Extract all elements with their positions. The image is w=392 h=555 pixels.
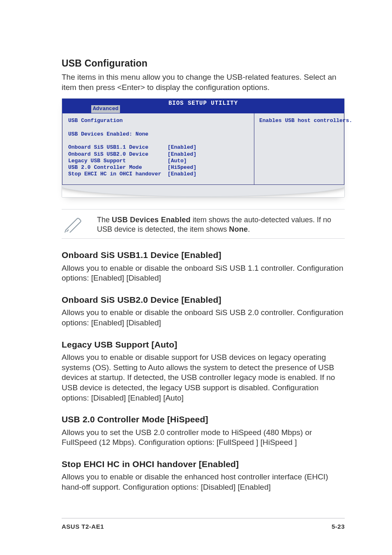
- note-bold-2: None: [229, 225, 248, 233]
- bios-tab-advanced: Advanced: [91, 105, 120, 113]
- section-heading: Legacy USB Support [Auto]: [62, 339, 345, 350]
- page-footer: ASUS T2-AE1 5-23: [62, 518, 345, 531]
- bios-item-row[interactable]: Onboard SiS USB1.1 Device [Enabled]: [68, 144, 248, 151]
- section-body: Allows you to enable or disable the onbo…: [62, 263, 345, 283]
- note-text: The USB Devices Enabled item shows the a…: [97, 214, 345, 235]
- section-heading: Onboard SiS USB2.0 Device [Enabled]: [62, 294, 345, 305]
- section-body: Allows you to enable or disable the enha…: [62, 472, 345, 492]
- bios-item-row[interactable]: Onboard SiS USB2.0 Device [Enabled]: [68, 151, 248, 158]
- section-heading: Stop EHCI HC in OHCI handover [Enabled]: [62, 458, 345, 470]
- section-body: Allows you to set the USB 2.0 controller…: [62, 428, 345, 448]
- pencil-note-icon: [62, 214, 85, 234]
- intro-paragraph: The items in this menu allow you to chan…: [62, 72, 345, 92]
- bios-header: BIOS SETUP UTILITY Advanced: [62, 99, 344, 113]
- bios-usb-devices-line: USB Devices Enabled: None: [68, 131, 248, 138]
- bios-help-text: Enables USB host controllers.: [259, 117, 339, 124]
- footer-right: 5-23: [332, 523, 345, 531]
- bios-help-panel: Enables USB host controllers.: [254, 113, 344, 184]
- section-body: Allows you to enable or disable the onbo…: [62, 308, 345, 328]
- bios-item-row[interactable]: Legacy USB Support [Auto]: [68, 158, 248, 164]
- note-callout: The USB Devices Enabled item shows the a…: [62, 209, 345, 239]
- bios-page-curl: [62, 185, 344, 197]
- bios-main-panel: USB Configuration USB Devices Enabled: N…: [62, 113, 254, 184]
- section-heading: USB 2.0 Controller Mode [HiSpeed]: [62, 414, 345, 425]
- bios-item-row[interactable]: USB 2.0 Controller Mode [HiSpeed]: [68, 164, 248, 171]
- section-heading: Onboard SiS USB1.1 Device [Enabled]: [62, 249, 345, 260]
- bios-item-row[interactable]: Stop EHCI HC in OHCI handover [Enabled]: [68, 171, 248, 177]
- bios-section-heading: USB Configuration: [68, 117, 248, 124]
- page-title: USB Configuration: [62, 58, 345, 70]
- bios-screenshot: BIOS SETUP UTILITY Advanced USB Configur…: [62, 98, 345, 197]
- note-prefix: The: [97, 216, 112, 224]
- note-suffix: .: [248, 225, 250, 233]
- note-bold-1: USB Devices Enabled: [112, 216, 191, 224]
- footer-left: ASUS T2-AE1: [62, 523, 104, 531]
- section-body: Allows you to enable or disable support …: [62, 352, 345, 403]
